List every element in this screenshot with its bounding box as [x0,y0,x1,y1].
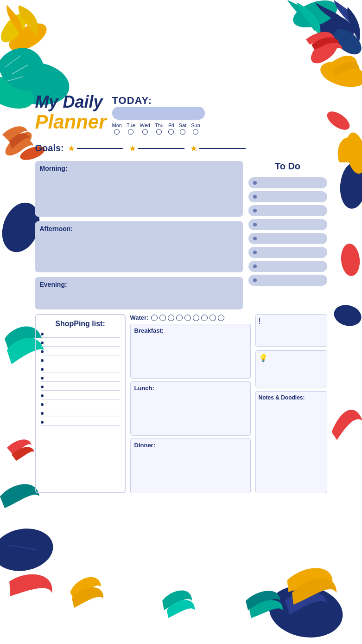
water-circle-1[interactable] [151,315,158,321]
today-label: TODAY: [112,95,152,107]
dinner-block[interactable]: Dinner: [130,438,251,493]
reminder-block-2[interactable]: 💡 [255,350,327,387]
breakfast-label: Breakfast: [134,327,247,334]
meals-column: Water: Breakfast: [130,314,251,493]
day-circle-tue[interactable] [128,129,133,135]
star-icon-2: ★ [129,143,136,154]
day-circle-sat[interactable] [180,129,185,135]
todo-column: To Do [248,161,327,309]
shopping-item-4[interactable] [41,359,120,364]
evening-label: Evening: [40,281,238,288]
today-block: TODAY: Mon Tue Wed [112,95,205,135]
bottom-section: ShopPing list: Water: [35,314,327,493]
water-section: Water: [130,314,251,321]
water-circle-9[interactable] [218,315,224,321]
title-line1: My Daily [35,93,107,111]
water-circle-5[interactable] [184,315,191,321]
goals-row: Goals: ★ ★ ★ [35,143,327,154]
shopping-title: ShopPing list: [41,320,120,328]
evening-block[interactable]: Evening: [35,277,243,309]
shopping-item-10[interactable] [41,412,120,417]
day-fri[interactable]: Fri [168,122,174,135]
content-area: My Daily Planner TODAY: Mon Tue We [0,0,362,521]
todo-section: To Do [248,161,327,286]
water-circle-7[interactable] [201,315,208,321]
shopping-item-9[interactable] [41,403,120,408]
day-mon[interactable]: Mon [112,122,122,135]
day-sat[interactable]: Sat [179,122,187,135]
water-circle-4[interactable] [176,315,183,321]
day-thu[interactable]: Thu [155,122,164,135]
day-circle-wed[interactable] [142,129,148,135]
day-circle-mon[interactable] [114,129,120,135]
page-wrapper: My Daily Planner TODAY: Mon Tue We [0,0,362,644]
shopping-item-2[interactable] [41,341,120,347]
afternoon-block[interactable]: Afternoon: [35,221,243,272]
day-tue[interactable]: Tue [127,122,135,135]
morning-block[interactable]: Morning: [35,161,243,217]
todo-item-3[interactable] [248,205,327,216]
title-block: My Daily Planner [35,93,107,133]
today-input[interactable] [112,107,205,120]
exclamation-icon: ! [259,317,260,325]
goal-line-3[interactable] [199,148,246,149]
shopping-item-5[interactable] [41,368,120,373]
star-icon-1: ★ [68,143,75,154]
notes-column: ! 💡 Notes & Doodles: [255,314,327,493]
svg-line-30 [9,545,37,550]
shopping-item-11[interactable] [41,421,120,426]
notes-block[interactable]: Notes & Doodles: [255,391,327,493]
afternoon-label: Afternoon: [40,225,238,232]
svg-point-29 [0,524,57,575]
svg-point-31 [265,580,347,643]
water-circle-8[interactable] [210,315,216,321]
todo-item-8[interactable] [248,275,327,286]
dinner-label: Dinner: [134,442,247,449]
notes-label: Notes & Doodles: [259,394,324,401]
todo-title: To Do [248,161,327,172]
star-icon-3: ★ [190,143,197,154]
day-circle-fri[interactable] [168,129,174,135]
todo-item-7[interactable] [248,261,327,272]
day-wed[interactable]: Wed [140,122,150,135]
goal-line-2[interactable] [138,148,184,149]
todo-item-2[interactable] [248,191,327,202]
reminder-block-1[interactable]: ! [255,314,327,347]
morning-label: Morning: [40,165,238,172]
lunch-block[interactable]: Lunch: [130,381,251,436]
shopping-item-6[interactable] [41,377,120,382]
header: My Daily Planner TODAY: Mon Tue We [35,93,327,135]
todo-item-5[interactable] [248,233,327,244]
shopping-item-7[interactable] [41,386,120,391]
schedule-column: Morning: Afternoon: Evening: [35,161,243,309]
shopping-block: ShopPing list: [35,314,126,493]
water-label: Water: [130,314,149,321]
day-circle-thu[interactable] [156,129,162,135]
main-grid: Morning: Afternoon: Evening: To Do [35,161,327,309]
shopping-item-3[interactable] [41,350,120,355]
todo-item-6[interactable] [248,247,327,258]
title-line2: Planner [35,111,107,133]
days-row: Mon Tue Wed Thu [112,122,200,135]
lunch-label: Lunch: [134,385,247,392]
day-circle-sun[interactable] [193,129,198,135]
shopping-item-8[interactable] [41,394,120,399]
shopping-item-1[interactable] [41,333,120,338]
goal-line-1[interactable] [77,148,123,149]
water-circle-6[interactable] [193,315,199,321]
todo-item-4[interactable] [248,219,327,230]
todo-item-1[interactable] [248,177,327,188]
water-circle-2[interactable] [159,315,166,321]
breakfast-block[interactable]: Breakfast: [130,324,251,379]
goals-label: Goals: [35,143,64,154]
water-circle-3[interactable] [168,315,174,321]
water-circles [151,315,224,321]
lightbulb-icon: 💡 [259,354,268,362]
day-sun[interactable]: Sun [191,122,200,135]
